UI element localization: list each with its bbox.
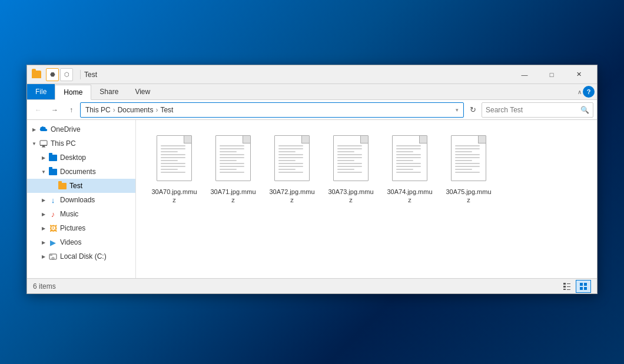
item-count: 6 items	[33, 282, 56, 290]
tab-file[interactable]: File	[27, 84, 55, 99]
doc-line	[278, 169, 296, 170]
file-item[interactable]: 30A74.jpg.mmuz	[383, 132, 436, 208]
doc-lines	[396, 145, 421, 175]
doc-line	[278, 157, 303, 158]
search-box[interactable]: 🔍	[482, 102, 593, 118]
svg-rect-0	[40, 141, 47, 145]
disk-icon	[48, 252, 58, 261]
expand-arrow-onedrive[interactable]: ▶	[29, 125, 39, 134]
file-name: 30A74.jpg.mmuz	[387, 188, 433, 205]
sidebar-label-onedrive: OneDrive	[51, 125, 81, 133]
forward-button[interactable]: →	[47, 102, 62, 118]
main-area: ▶ OneDrive ▼ This PC ▶ Deskto	[27, 120, 597, 278]
address-path[interactable]: This PC › Documents › Test ▾	[80, 102, 464, 118]
doc-line	[396, 157, 421, 158]
expand-arrow-pictures[interactable]: ▶	[39, 223, 48, 233]
doc-line	[220, 148, 244, 149]
file-explorer-window: ⬣ ⬡ Test — □ ✕ File Home Share View ∧ ? …	[26, 65, 598, 294]
file-item[interactable]: 30A73.jpg.mmuz	[324, 132, 377, 208]
doc-line	[455, 166, 480, 167]
music-icon: ♪	[48, 209, 58, 219]
doc-line	[396, 148, 421, 149]
doc-line	[220, 157, 244, 158]
doc-page	[392, 135, 427, 181]
expand-arrow-videos[interactable]: ▶	[39, 238, 48, 247]
tab-share[interactable]: Share	[91, 84, 127, 99]
doc-line	[396, 151, 413, 152]
doc-line	[161, 145, 185, 146]
svg-rect-15	[580, 287, 583, 290]
back-button[interactable]: ←	[31, 102, 46, 118]
doc-page	[451, 135, 486, 181]
qa-newfolder-btn[interactable]: ⬡	[60, 68, 73, 81]
doc-line	[220, 151, 237, 152]
doc-line	[455, 157, 480, 158]
doc-line	[455, 169, 472, 170]
doc-line	[278, 148, 303, 149]
file-item[interactable]: 30A72.jpg.mmuz	[265, 132, 318, 208]
svg-point-5	[52, 257, 54, 259]
file-item[interactable]: 30A70.jpg.mmuz	[148, 132, 201, 208]
ribbon-collapse-btn[interactable]: ∧	[576, 88, 583, 96]
tab-view[interactable]: View	[127, 84, 158, 99]
path-sep-2: ›	[155, 106, 158, 114]
svg-rect-3	[42, 146, 45, 147]
search-icon: 🔍	[580, 106, 589, 114]
close-button[interactable]: ✕	[565, 65, 592, 84]
largeicon-view-btn[interactable]	[576, 280, 591, 293]
doc-line	[337, 169, 354, 170]
expand-arrow-thispc[interactable]: ▼	[29, 139, 39, 148]
doc-line	[220, 172, 244, 173]
breadcrumb-documents[interactable]: Documents	[118, 106, 154, 114]
doc-line	[337, 148, 362, 149]
doc-lines	[278, 145, 303, 175]
svg-rect-2	[42, 146, 45, 147]
sidebar-item-documents[interactable]: ▼ Documents	[27, 165, 135, 179]
sidebar-item-thispc[interactable]: ▼ This PC	[27, 136, 135, 151]
expand-arrow-music[interactable]: ▶	[39, 209, 48, 219]
svg-rect-13	[580, 283, 583, 286]
quick-access-toolbar: ⬣ ⬡	[46, 68, 73, 81]
sidebar-item-localdisk[interactable]: ▶ Local Disk (C:)	[27, 249, 135, 263]
file-item[interactable]: 30A75.jpg.mmuz	[442, 132, 495, 208]
details-view-btn[interactable]	[559, 280, 575, 293]
sidebar-item-onedrive[interactable]: ▶ OneDrive	[27, 122, 135, 136]
tab-home[interactable]: Home	[55, 85, 91, 100]
breadcrumb-test[interactable]: Test	[160, 106, 173, 114]
qa-properties-btn[interactable]: ⬣	[46, 68, 59, 81]
svg-rect-1	[40, 145, 47, 146]
sidebar-item-music[interactable]: ▶ ♪ Music	[27, 207, 135, 221]
doc-line	[337, 154, 362, 155]
doc-line	[337, 151, 354, 152]
help-button[interactable]: ?	[583, 86, 595, 98]
doc-line	[161, 154, 185, 155]
expand-arrow-desktop[interactable]: ▶	[39, 153, 48, 162]
doc-line	[278, 154, 303, 155]
computer-icon	[39, 139, 48, 148]
file-item[interactable]: 30A71.jpg.mmuz	[207, 132, 260, 208]
expand-arrow-documents[interactable]: ▼	[39, 167, 48, 176]
expand-arrow-localdisk[interactable]: ▶	[39, 252, 48, 261]
doc-lines	[220, 145, 244, 175]
sidebar-label-test: Test	[69, 182, 82, 190]
doc-page	[157, 135, 192, 181]
sidebar-label-thispc: This PC	[51, 139, 76, 148]
maximize-button[interactable]: □	[538, 65, 565, 84]
sidebar-item-desktop[interactable]: ▶ Desktop	[27, 151, 135, 165]
svg-rect-8	[567, 283, 570, 284]
file-name: 30A72.jpg.mmuz	[269, 188, 315, 205]
sidebar-item-downloads[interactable]: ▶ ↓ Downloads	[27, 193, 135, 207]
up-button[interactable]: ↑	[64, 102, 79, 118]
doc-line	[396, 166, 421, 167]
refresh-button[interactable]: ↻	[465, 102, 480, 118]
breadcrumb-thispc[interactable]: This PC	[85, 106, 111, 114]
view-buttons	[559, 280, 591, 293]
expand-arrow-downloads[interactable]: ▶	[39, 195, 48, 205]
sidebar-item-videos[interactable]: ▶ ▶ Videos	[27, 235, 135, 249]
path-dropdown-arrow[interactable]: ▾	[456, 107, 459, 113]
minimize-button[interactable]: —	[511, 65, 538, 84]
doc-line	[337, 157, 362, 158]
search-input[interactable]	[486, 106, 578, 114]
sidebar-item-pictures[interactable]: ▶ 🖼 Pictures	[27, 221, 135, 235]
sidebar-item-test[interactable]: ▶ Test	[27, 179, 135, 193]
